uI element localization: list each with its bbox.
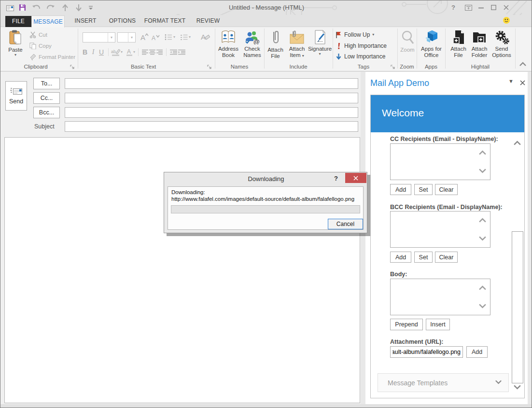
bullets-icon (165, 34, 172, 41)
dialog-close-button[interactable] (345, 173, 366, 183)
attach-item-button[interactable]: Attach Item ▾ (286, 29, 308, 58)
cc-add-button[interactable]: Add (390, 184, 411, 195)
signature-button[interactable]: Signature ▾ (308, 29, 332, 56)
paste-button[interactable]: Paste ▾ (4, 29, 27, 57)
cc-recipients-label: CC Recipients (Email - DisplayName): (390, 136, 498, 142)
pane-scroll-up-icon[interactable] (513, 141, 521, 145)
bcc-clear-button[interactable]: Clear (435, 252, 458, 263)
follow-up-caret[interactable]: ▾ (372, 33, 374, 37)
dialog-help-icon[interactable]: ? (334, 175, 338, 182)
group-separator (78, 28, 78, 69)
font-color-icon: A (126, 48, 133, 56)
tab-review[interactable]: REVIEW (191, 15, 225, 27)
high-importance-button[interactable]: High Importance (336, 41, 387, 51)
to-field[interactable] (65, 78, 358, 89)
basic-text-group-label: Basic Text (79, 64, 208, 70)
tab-options[interactable]: OPTIONS (104, 15, 140, 27)
attachment-add-button[interactable]: Add (466, 346, 488, 358)
tab-format-text[interactable]: FORMAT TEXT (142, 15, 188, 27)
attach-file-button[interactable]: Attach File (266, 29, 285, 59)
close-icon[interactable] (504, 5, 509, 10)
scroll-up-icon[interactable] (478, 150, 487, 155)
attachment-url-input[interactable] (390, 346, 463, 358)
tags-dialog-launcher-icon[interactable] (391, 65, 395, 70)
low-importance-button[interactable]: Low Importance (336, 52, 385, 61)
mail-app-task-pane: Mail App Demo ▼ Welcome CC Recipients (E… (365, 72, 528, 404)
basic-text-dialog-launcher-icon[interactable] (207, 65, 212, 70)
bcc-set-button[interactable]: Set (414, 252, 433, 263)
follow-up-button[interactable]: Follow Up ▾ (336, 30, 374, 40)
cc-set-label: Set (419, 186, 428, 193)
paste-dropdown-caret[interactable]: ▾ (14, 53, 16, 57)
clipboard-dialog-launcher-icon[interactable] (70, 65, 75, 70)
tags-group-label: Tags (333, 64, 394, 70)
welcome-banner: Welcome (371, 95, 524, 132)
send-options-gear-icon (494, 30, 509, 44)
send-button[interactable]: Send (5, 81, 27, 111)
insert-button[interactable]: Insert (426, 319, 450, 330)
send-label: Send (9, 98, 23, 105)
group-separator (264, 28, 265, 69)
scroll-down-icon[interactable] (478, 304, 487, 309)
expand-templates-icon[interactable] (495, 380, 502, 384)
subject-field[interactable] (65, 121, 358, 132)
address-book-button[interactable]: Address Book (216, 29, 240, 58)
ribbon-display-options-icon[interactable] (465, 5, 472, 11)
align-left-icon (141, 49, 149, 56)
body-textarea[interactable] (390, 279, 490, 315)
apps-for-office-button[interactable]: Apps for Office (418, 29, 445, 58)
message-templates-header[interactable]: Message Templates (378, 373, 509, 392)
bcc-recipients-listbox[interactable] (390, 211, 490, 248)
numbering-caret: ▾ (189, 35, 191, 39)
help-icon[interactable]: ? (450, 4, 457, 11)
tab-message[interactable]: MESSAGE (31, 15, 65, 28)
maximize-icon[interactable] (491, 5, 496, 10)
attach-item-caret[interactable]: ▾ (302, 54, 304, 58)
bcc-field[interactable] (65, 107, 358, 118)
pane-scrollbar-thumb[interactable] (512, 231, 523, 383)
feedback-smiley-icon[interactable] (503, 17, 510, 24)
tab-insert[interactable]: INSERT (68, 15, 103, 27)
cc-clear-button[interactable]: Clear (435, 184, 458, 195)
collapse-ribbon-icon[interactable] (519, 62, 527, 66)
cc-button[interactable]: Cc... (33, 92, 60, 104)
scroll-down-icon[interactable] (478, 169, 487, 173)
tab-file[interactable]: FILE (5, 16, 31, 27)
scroll-up-icon[interactable] (478, 285, 487, 290)
scroll-up-icon[interactable] (478, 218, 487, 223)
bold-button: B (81, 48, 89, 56)
group-separator (333, 28, 333, 69)
task-pane-close-icon[interactable] (520, 80, 525, 85)
cut-icon (29, 31, 36, 38)
cc-set-button[interactable]: Set (414, 184, 433, 195)
group-separator (417, 28, 417, 69)
group-separator (515, 28, 516, 69)
hightail-attach-file-button[interactable]: Attach File (448, 29, 468, 58)
align-center-icon (149, 49, 156, 56)
bullets-caret: ▾ (173, 35, 175, 39)
zoom-group-label: Zoom (397, 64, 417, 70)
hightail-attach-folder-button[interactable]: Attach Folder (469, 29, 490, 58)
bcc-button[interactable]: Bcc... (33, 107, 60, 118)
downloading-dialog: Downloading ? Downloading: http://www.fa… (164, 172, 367, 233)
attach-file-label: Attach File (266, 47, 285, 59)
minimize-icon[interactable] (478, 7, 484, 9)
task-pane-body: Welcome CC Recipients (Email - DisplayNa… (370, 95, 525, 398)
svg-text:A: A (201, 33, 206, 41)
hightail-attach-folder-icon (472, 30, 487, 44)
bcc-set-label: Set (419, 254, 428, 261)
cc-recipients-listbox[interactable] (390, 143, 490, 180)
to-button[interactable]: To... (33, 78, 60, 89)
check-names-button[interactable]: @ Check Names (241, 29, 264, 58)
svg-text:ab: ab (111, 49, 116, 54)
format-painter-button: Format Painter (29, 52, 75, 62)
prepend-button[interactable]: Prepend (390, 319, 423, 330)
bcc-add-button[interactable]: Add (390, 252, 411, 263)
signature-caret[interactable]: ▾ (319, 52, 321, 56)
cancel-button[interactable]: Cancel (328, 219, 363, 229)
cc-field[interactable] (65, 93, 358, 103)
pane-scroll-down-icon[interactable] (513, 385, 521, 390)
hightail-send-options-button[interactable]: Send Options (490, 29, 513, 58)
task-pane-menu-caret-icon[interactable]: ▼ (508, 78, 514, 84)
scroll-down-icon[interactable] (478, 236, 487, 241)
